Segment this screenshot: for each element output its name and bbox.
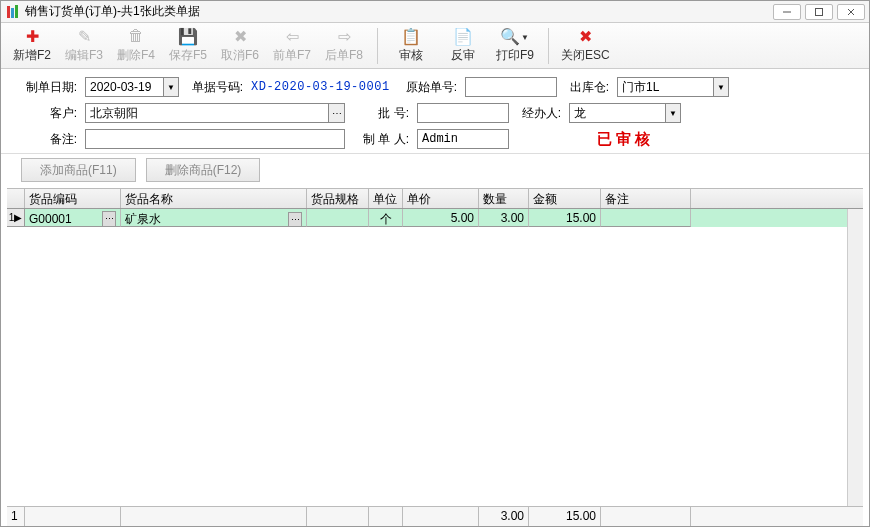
chevron-down-icon[interactable]: ▼ [163, 77, 179, 97]
footer-qty: 3.00 [479, 507, 529, 526]
handler-label: 经办人: [517, 105, 561, 122]
svg-rect-2 [15, 5, 18, 18]
ellipsis-icon[interactable]: ⋯ [288, 212, 302, 228]
unaudit-button[interactable]: 📄 反审 [442, 27, 484, 64]
svg-rect-0 [7, 6, 10, 18]
print-button[interactable]: 🔍 ▼ 打印F9 [494, 27, 536, 64]
grid-header: 货品编码 货品名称 货品规格 单位 单价 数量 金额 备注 [7, 189, 863, 209]
col-price[interactable]: 单价 [403, 189, 479, 208]
cancel-button[interactable]: ✖ 取消F6 [219, 27, 261, 64]
audit-button-label: 审核 [399, 47, 423, 64]
cell-unit[interactable]: 个 [369, 209, 403, 227]
prev-button[interactable]: ⇦ 前单F7 [271, 27, 313, 64]
save-button[interactable]: 💾 保存F5 [167, 27, 209, 64]
next-button-label: 后单F8 [325, 47, 363, 64]
customer-label: 客户: [21, 105, 77, 122]
cell-remark[interactable] [601, 209, 691, 227]
minimize-button[interactable] [773, 4, 801, 20]
col-code[interactable]: 货品编码 [25, 189, 121, 208]
edit-button-label: 编辑F3 [65, 47, 103, 64]
col-amount[interactable]: 金额 [529, 189, 601, 208]
save-button-label: 保存F5 [169, 47, 207, 64]
separator [377, 28, 378, 64]
next-button[interactable]: ⇨ 后单F8 [323, 27, 365, 64]
approved-stamp: 已审核 [569, 130, 681, 149]
warehouse-field[interactable]: 门市1L ▼ [617, 77, 729, 97]
handler-field[interactable]: 龙 ▼ [569, 103, 681, 123]
docnum-label: 单据号码: [187, 79, 243, 96]
floppy-icon: 💾 [179, 27, 197, 45]
arrow-right-icon: ⇨ [335, 27, 353, 45]
items-grid: 货品编码 货品名称 货品规格 单位 单价 数量 金额 备注 1▶ G00001⋯… [7, 188, 863, 526]
svg-rect-1 [11, 8, 14, 18]
close-button[interactable] [837, 4, 865, 20]
ellipsis-icon[interactable]: ⋯ [329, 103, 345, 123]
toolbar: ✚ 新增F2 ✎ 编辑F3 🗑 删除F4 💾 保存F5 ✖ 取消F6 ⇦ 前单F… [1, 23, 869, 69]
close-esc-button[interactable]: ✖ 关闭ESC [561, 27, 610, 64]
maker-field: Admin [417, 129, 509, 149]
undo-doc-icon: 📄 [454, 27, 472, 45]
ellipsis-icon[interactable]: ⋯ [102, 211, 116, 227]
batch-label: 批 号: [353, 105, 409, 122]
prev-button-label: 前单F7 [273, 47, 311, 64]
footer-amount: 15.00 [529, 507, 601, 526]
footer-rowcount: 1 [7, 507, 25, 526]
col-remark[interactable]: 备注 [601, 189, 691, 208]
warehouse-label: 出库仓: [565, 79, 609, 96]
warehouse-value: 门市1L [617, 77, 713, 97]
col-unit[interactable]: 单位 [369, 189, 403, 208]
edit-button[interactable]: ✎ 编辑F3 [63, 27, 105, 64]
arrow-left-icon: ⇦ [283, 27, 301, 45]
table-row[interactable]: 1▶ G00001⋯ 矿泉水⋯ 个 5.00 3.00 15.00 [7, 209, 863, 227]
app-icon [5, 4, 21, 20]
chevron-down-icon[interactable]: ▼ [665, 103, 681, 123]
rownum-header [7, 189, 25, 208]
print-icon: 🔍 [501, 27, 519, 45]
cell-amount[interactable]: 15.00 [529, 209, 601, 227]
check-doc-icon: 📋 [402, 27, 420, 45]
unaudit-button-label: 反审 [451, 47, 475, 64]
titlebar: 销售订货单(订单)-共1张此类单据 [1, 1, 869, 23]
cell-qty[interactable]: 3.00 [479, 209, 529, 227]
form-area: 制单日期: 2020-03-19 ▼ 单据号码: XD-2020-03-19-0… [1, 69, 869, 154]
cancel-icon: ✖ [231, 27, 249, 45]
handler-value: 龙 [569, 103, 665, 123]
separator [548, 28, 549, 64]
grid-footer: 1 3.00 15.00 [7, 506, 863, 526]
cell-code[interactable]: G00001⋯ [25, 209, 121, 227]
customer-field[interactable]: 北京朝阳 ⋯ [85, 103, 345, 123]
col-name[interactable]: 货品名称 [121, 189, 307, 208]
cell-spec[interactable] [307, 209, 369, 227]
cell-name[interactable]: 矿泉水⋯ [121, 209, 307, 227]
date-field[interactable]: 2020-03-19 ▼ [85, 77, 179, 97]
close-x-icon: ✖ [576, 27, 594, 45]
maximize-button[interactable] [805, 4, 833, 20]
docnum-value: XD-2020-03-19-0001 [251, 80, 393, 94]
batch-field[interactable] [417, 103, 509, 123]
customer-value: 北京朝阳 [85, 103, 329, 123]
origdoc-label: 原始单号: [401, 79, 457, 96]
audit-button[interactable]: 📋 审核 [390, 27, 432, 64]
delete-button-label: 删除F4 [117, 47, 155, 64]
grid-body: 1▶ G00001⋯ 矿泉水⋯ 个 5.00 3.00 15.00 [7, 209, 863, 506]
new-button[interactable]: ✚ 新增F2 [11, 27, 53, 64]
cell-price[interactable]: 5.00 [403, 209, 479, 227]
remark-field[interactable] [85, 129, 345, 149]
pencil-icon: ✎ [75, 27, 93, 45]
svg-rect-4 [816, 8, 823, 15]
col-spec[interactable]: 货品规格 [307, 189, 369, 208]
trash-icon: 🗑 [127, 27, 145, 45]
close-button-label: 关闭ESC [561, 47, 610, 64]
vertical-scrollbar[interactable] [847, 209, 863, 506]
del-item-button[interactable]: 删除商品(F12) [146, 158, 261, 182]
row-marker: 1▶ [7, 209, 25, 227]
remark-label: 备注: [21, 131, 77, 148]
maker-label: 制 单 人: [353, 131, 409, 148]
add-item-button[interactable]: 添加商品(F11) [21, 158, 136, 182]
delete-button[interactable]: 🗑 删除F4 [115, 27, 157, 64]
origdoc-field[interactable] [465, 77, 557, 97]
chevron-down-icon[interactable]: ▼ [713, 77, 729, 97]
col-qty[interactable]: 数量 [479, 189, 529, 208]
chevron-down-icon: ▼ [521, 33, 529, 42]
cancel-button-label: 取消F6 [221, 47, 259, 64]
